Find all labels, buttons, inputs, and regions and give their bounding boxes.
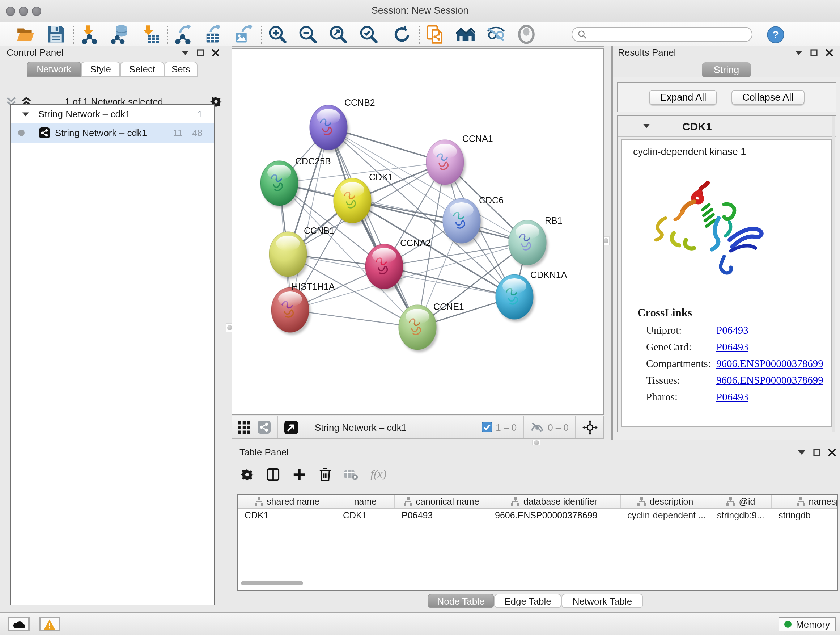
network-node-CDKN1A[interactable] <box>496 274 535 322</box>
tab-edge-table[interactable]: Edge Table <box>494 594 561 608</box>
hide-glasses-icon[interactable] <box>486 25 506 44</box>
zoom-fit-icon[interactable] <box>328 25 348 44</box>
import-table-icon[interactable] <box>141 25 160 44</box>
tab-network-table[interactable]: Network Table <box>561 594 643 608</box>
maximize-window-icon[interactable] <box>32 6 41 16</box>
zoom-out-icon[interactable] <box>298 25 317 44</box>
search-box[interactable] <box>572 27 752 42</box>
gene-caret-icon[interactable] <box>643 124 650 128</box>
column-header-canonical-name[interactable]: canonical name <box>395 494 488 508</box>
tab-string[interactable]: String <box>702 62 751 78</box>
right-splitter[interactable] <box>604 46 611 440</box>
delete-column-icon[interactable] <box>318 467 332 481</box>
search-input[interactable] <box>591 29 747 40</box>
network-node-CCNB2[interactable] <box>309 105 349 152</box>
fit-selected-crosshair-icon[interactable] <box>583 420 598 435</box>
open-in-new-window-icon[interactable] <box>284 420 298 434</box>
column-header-shared-name[interactable]: shared name <box>238 494 336 508</box>
save-icon[interactable] <box>46 25 66 44</box>
help-icon[interactable]: ? <box>767 26 784 43</box>
panel-menu-icon[interactable] <box>182 49 189 57</box>
column-header-description[interactable]: description <box>621 494 711 508</box>
column-header--id[interactable]: @id <box>711 494 772 508</box>
refresh-icon[interactable] <box>392 25 412 44</box>
column-header-name[interactable]: name <box>336 494 395 508</box>
clear-table-icon[interactable] <box>344 467 358 481</box>
tab-select[interactable]: Select <box>120 62 164 77</box>
collection-caret-icon[interactable] <box>22 112 29 116</box>
network-graph[interactable]: CCNB2CCNA1CDC25BCDK1CDC6RB1CCNB1CCNA2CDK… <box>232 49 603 414</box>
network-node-HIST1H1A[interactable] <box>271 287 311 335</box>
crosslink-link[interactable]: 9606.ENSP00000378699 <box>716 358 823 369</box>
tab-node-table[interactable]: Node Table <box>428 594 494 608</box>
open-folder-icon[interactable] <box>16 25 35 44</box>
export-network-icon[interactable] <box>174 25 193 44</box>
table-row[interactable]: CDK1CDK1P064939606.ENSP00000378699cyclin… <box>238 509 837 522</box>
split-column-icon[interactable] <box>266 467 280 481</box>
add-column-icon[interactable] <box>292 467 306 481</box>
panel-float-icon[interactable] <box>197 49 204 57</box>
results-scrollbar[interactable] <box>832 116 835 432</box>
network-collection-row[interactable]: String Network – cdk1 1 <box>11 105 214 123</box>
network-node-CDC6[interactable] <box>443 198 482 246</box>
warnings-button[interactable] <box>39 617 60 631</box>
horizontal-splitter[interactable] <box>232 439 840 446</box>
network-node-CDC25B[interactable] <box>261 161 300 208</box>
table-header-row: shared namenamecanonical namedatabase id… <box>238 494 837 509</box>
tab-style[interactable]: Style <box>81 62 120 77</box>
export-table-icon[interactable] <box>204 25 224 44</box>
node-table[interactable]: shared namenamecanonical namedatabase id… <box>237 494 838 591</box>
cloud-status-button[interactable] <box>8 617 30 631</box>
panel-close-icon[interactable] <box>212 49 219 57</box>
network-node-CCNE1[interactable] <box>399 305 438 352</box>
string-home-icon[interactable] <box>456 25 475 44</box>
panel-float-icon[interactable] <box>810 49 818 57</box>
panel-menu-icon[interactable] <box>798 449 805 456</box>
left-splitter[interactable] <box>228 46 232 612</box>
crosslink-link[interactable]: P06493 <box>716 391 748 402</box>
gene-section-header[interactable]: CDK1 <box>618 116 836 137</box>
minimize-window-icon[interactable] <box>19 6 28 16</box>
tab-network[interactable]: Network <box>27 62 81 77</box>
share-document-icon[interactable] <box>425 25 445 44</box>
panel-close-icon[interactable] <box>829 449 836 456</box>
expand-all-button[interactable]: Expand All <box>649 89 717 105</box>
panel-menu-icon[interactable] <box>795 49 802 57</box>
network-node-CDK1[interactable] <box>333 178 373 226</box>
network-node-CCNB1[interactable] <box>269 232 309 279</box>
network-row[interactable]: String Network – cdk1 11 48 <box>11 123 214 143</box>
import-network-icon[interactable] <box>80 25 99 44</box>
column-header-namespace[interactable]: namespace <box>772 494 838 508</box>
memory-button[interactable]: Memory <box>778 617 836 631</box>
node-label-CCNB2: CCNB2 <box>344 97 375 108</box>
crosslink-link[interactable]: P06493 <box>716 341 748 353</box>
gear-icon[interactable] <box>240 467 254 481</box>
zoom-selected-icon[interactable] <box>359 25 378 44</box>
table-cell: stringdb <box>772 510 838 521</box>
export-image-icon[interactable] <box>234 25 254 44</box>
selected-checkbox-icon[interactable] <box>482 422 492 432</box>
collapse-all-button[interactable]: Collapse All <box>731 89 804 105</box>
tab-sets[interactable]: Sets <box>164 62 197 77</box>
zoom-in-icon[interactable] <box>268 25 287 44</box>
crosslink-row: GeneCard:P06493 <box>638 341 831 353</box>
column-header-database-identifier[interactable]: database identifier <box>488 494 621 508</box>
hidden-elements-icon[interactable] <box>531 422 544 432</box>
close-window-icon[interactable] <box>6 6 15 16</box>
network-node-RB1[interactable] <box>508 220 548 268</box>
network-node-CCNA1[interactable] <box>426 140 466 187</box>
birdseye-view-icon[interactable] <box>238 421 250 433</box>
network-edge-CCNB2-CCNE1[interactable] <box>328 127 417 327</box>
splitter-handle[interactable] <box>532 440 540 445</box>
panel-float-icon[interactable] <box>813 449 821 456</box>
table-hscrollbar[interactable] <box>241 581 303 585</box>
network-node-CCNA2[interactable] <box>365 244 405 291</box>
crosslinks-section: CrossLinks Uniprot:P06493GeneCard:P06493… <box>638 306 831 402</box>
crosslink-link[interactable]: 9606.ENSP00000378699 <box>716 374 823 386</box>
crosslink-link[interactable]: P06493 <box>716 325 748 336</box>
import-database-icon[interactable] <box>110 25 129 44</box>
show-eye-icon[interactable] <box>516 25 536 44</box>
network-canvas[interactable]: CCNB2CCNA1CDC25BCDK1CDC6RB1CCNB1CCNA2CDK… <box>232 48 604 415</box>
network-edge-CDK1-RB1[interactable] <box>352 201 527 242</box>
panel-close-icon[interactable] <box>826 49 833 57</box>
